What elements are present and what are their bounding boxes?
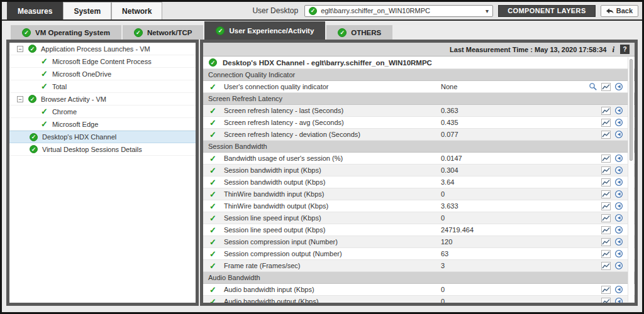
graph-icon[interactable] <box>601 119 611 127</box>
layer-tab-label: VM Operating System <box>35 29 110 36</box>
tree-item-desktop-s-hdx-channel[interactable]: ✓Desktop's HDX Channel <box>9 131 196 143</box>
tree-item-chrome[interactable]: ✓Chrome <box>9 106 196 118</box>
measure-label: Screen refresh latency - deviation (Seco… <box>224 131 360 138</box>
graph-icon[interactable] <box>601 202 611 210</box>
tree-item-microsoft-onedrive[interactable]: ✓Microsoft OneDrive <box>9 68 196 80</box>
check-icon: ✓ <box>41 57 48 65</box>
top-bar-right: User Desktop ✓ eglt\barry.schiffer_on_WI… <box>252 2 638 19</box>
layer-tab-vm-operating-system[interactable]: ✓VM Operating System <box>11 25 121 40</box>
history-icon[interactable] <box>614 225 623 234</box>
tree-item-microsoft-edge[interactable]: ✓Microsoft Edge <box>9 118 196 131</box>
scrollbar-thumb[interactable] <box>630 59 633 161</box>
graph-icon[interactable] <box>601 131 611 139</box>
tree-item-browser-activity-vm[interactable]: −✓Browser Activity - VM <box>9 93 196 106</box>
top-menu-bar: MeasuresSystemNetwork User Desktop ✓ egl… <box>2 2 642 21</box>
measure-value: 0.077 <box>441 131 458 138</box>
status-ok-icon: ✓ <box>209 58 217 67</box>
back-arrow-icon <box>606 8 614 14</box>
graph-icon[interactable] <box>601 190 611 198</box>
component-layers-button[interactable]: COMPONENT LAYERS <box>498 5 596 17</box>
history-icon[interactable] <box>614 190 623 198</box>
info-icon[interactable]: i <box>612 45 614 55</box>
history-icon[interactable] <box>614 297 623 306</box>
measure-row-icons <box>589 82 623 91</box>
tree-item-label: Microsoft Edge Content Process <box>52 58 152 65</box>
tree-item-microsoft-edge-content-process[interactable]: ✓Microsoft Edge Content Process <box>9 55 196 68</box>
check-icon: ✓ <box>209 286 216 294</box>
history-icon[interactable] <box>614 261 623 270</box>
history-icon[interactable] <box>614 178 623 187</box>
history-icon[interactable] <box>614 118 623 127</box>
back-button[interactable]: Back <box>601 5 638 17</box>
history-icon[interactable] <box>614 285 623 294</box>
tree-item-label: Browser Activity - VM <box>41 95 106 103</box>
measure-row-icons <box>601 130 623 139</box>
tree-item-label: Chrome <box>52 108 77 116</box>
measure-row: ✓Screen refresh latency - deviation (Sec… <box>203 129 635 141</box>
back-button-label: Back <box>616 7 633 14</box>
measure-value: 63 <box>441 250 448 257</box>
history-icon[interactable] <box>614 166 623 175</box>
graph-icon[interactable] <box>601 238 611 246</box>
tree-item-label: Microsoft OneDrive <box>52 70 111 78</box>
top-tab-measures[interactable]: Measures <box>7 2 63 19</box>
graph-icon[interactable] <box>601 107 611 115</box>
top-tab-system[interactable]: System <box>63 2 111 19</box>
layer-ok-icon: ✓ <box>22 28 31 37</box>
measure-row: ✓Audio bandwidth input (Kbps)0 <box>203 284 635 296</box>
graph-icon[interactable] <box>601 214 611 222</box>
user-desktop-select[interactable]: ✓ eglt\barry.schiffer_on_WIN10RMPC ▾ <box>304 5 493 17</box>
graph-icon[interactable] <box>601 298 611 306</box>
history-icon[interactable] <box>614 214 623 222</box>
graph-icon[interactable] <box>601 262 611 270</box>
check-icon: ✓ <box>209 250 216 258</box>
measure-label: Session compression input (Number) <box>224 238 338 246</box>
layer-tab-others[interactable]: ✓OTHERS <box>326 25 392 40</box>
measure-row-icons <box>601 106 623 115</box>
scrollbar[interactable] <box>628 57 634 302</box>
graph-icon[interactable] <box>601 250 611 258</box>
history-icon[interactable] <box>614 202 623 210</box>
measures-rows: ✓ Desktop's HDX Channel - eglt\barry.sch… <box>203 57 635 306</box>
measure-row: ✓Screen refresh latency - avg (Seconds)0… <box>203 117 635 129</box>
tree-item-application-process-launches-vm[interactable]: −✓Application Process Launches - VM <box>9 43 196 55</box>
section-header-connection-quality-indicator: Connection Quality Indicator <box>203 69 635 81</box>
main-content: −✓Application Process Launches - VM✓Micr… <box>6 40 638 306</box>
history-icon[interactable] <box>614 154 623 163</box>
history-icon[interactable] <box>614 130 623 139</box>
graph-icon[interactable] <box>601 178 611 187</box>
tree-item-virtual-desktop-sessions-details[interactable]: ✓Virtual Desktop Sessions Details <box>9 143 196 156</box>
layer-tab-network-tcp[interactable]: ✓Network/TCP <box>123 25 204 40</box>
graph-icon[interactable] <box>601 286 611 294</box>
history-icon[interactable] <box>614 249 623 258</box>
magnifier-icon[interactable] <box>589 82 597 91</box>
check-icon: ✓ <box>209 202 216 210</box>
history-icon[interactable] <box>614 82 623 91</box>
measure-label: Session compression output (Number) <box>224 250 342 257</box>
history-icon[interactable] <box>614 106 623 115</box>
layer-tab-user-experience-activity[interactable]: ✓User Experience/Activity <box>204 21 325 40</box>
measure-row: ✓Audio bandwidth output (Kbps)0 <box>203 296 635 306</box>
tree-item-label: Virtual Desktop Sessions Details <box>42 146 142 153</box>
measure-row-icons <box>601 178 623 187</box>
graph-icon[interactable] <box>601 226 611 234</box>
history-icon[interactable] <box>614 237 623 246</box>
measure-value: 24719.464 <box>441 226 474 234</box>
status-ok-icon: ✓ <box>28 95 36 103</box>
check-icon: ✓ <box>209 119 216 127</box>
tree-item-total[interactable]: ✓Total <box>9 80 196 93</box>
graph-icon[interactable] <box>601 83 611 91</box>
tree-item-label: Application Process Launches - VM <box>41 45 150 53</box>
help-icon[interactable]: ? <box>620 45 630 54</box>
measure-row: ✓Session line speed output (Kbps)24719.4… <box>203 224 635 236</box>
measure-row-icons <box>601 237 623 246</box>
measure-row-icons <box>601 190 623 198</box>
measure-label: Session line speed input (Kbps) <box>224 214 321 222</box>
top-tab-network[interactable]: Network <box>111 2 162 19</box>
measure-value: 0.0147 <box>441 154 462 162</box>
measure-value: 0.435 <box>441 119 458 126</box>
graph-icon[interactable] <box>601 154 611 163</box>
bottom-strip <box>2 306 642 311</box>
graph-icon[interactable] <box>601 166 611 175</box>
measure-label: Screen refresh latency - last (Seconds) <box>224 107 343 114</box>
